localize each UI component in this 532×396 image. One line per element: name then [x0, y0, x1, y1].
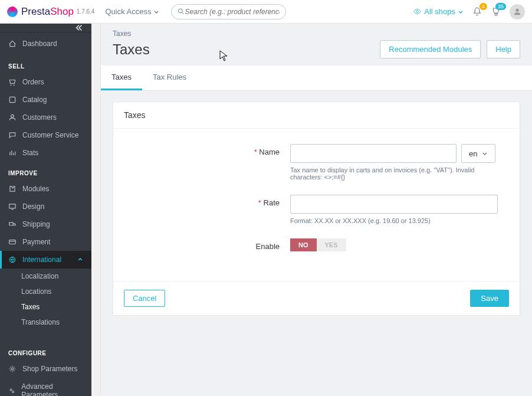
- label: International: [22, 256, 61, 264]
- quick-access-menu[interactable]: Quick Access: [105, 7, 159, 16]
- brand-b: Shop: [50, 6, 74, 18]
- rate-input[interactable]: [290, 195, 498, 214]
- version: 1.7.6.4: [77, 8, 95, 15]
- label: Catalog: [22, 96, 47, 104]
- sidebar-sub-locations[interactable]: Locations: [0, 284, 91, 299]
- sidebar-item-design[interactable]: Design: [0, 198, 91, 215]
- svg-rect-6: [9, 240, 16, 244]
- globe-icon: [8, 256, 17, 264]
- dashboard-icon: [8, 40, 17, 48]
- panel-heading: Taxes: [113, 102, 520, 129]
- help-button[interactable]: Help: [487, 40, 520, 58]
- search-input[interactable]: [185, 8, 280, 16]
- svg-rect-5: [9, 204, 16, 208]
- cart-icon: [8, 78, 17, 86]
- tab-taxes[interactable]: Taxes: [101, 66, 142, 90]
- topbar: PrestaShop 1.7.6.4 Quick Access All shop…: [0, 0, 532, 24]
- label: Shop Parameters: [22, 365, 77, 373]
- sidebar-item-orders[interactable]: Orders: [0, 73, 91, 91]
- sidebar-item-customers[interactable]: Customers: [0, 109, 91, 126]
- sidebar-item-shop-parameters[interactable]: Shop Parameters: [0, 360, 91, 378]
- scroll-gutter[interactable]: [91, 24, 101, 396]
- rate-label: Rate: [264, 198, 280, 207]
- sidebar-item-shipping[interactable]: Shipping: [0, 215, 91, 233]
- stats-icon: [8, 149, 17, 157]
- svg-point-11: [12, 391, 14, 393]
- truck-icon: [8, 220, 17, 228]
- section-configure: CONFIGURE: [0, 342, 91, 360]
- notif-badge: 4: [480, 3, 487, 10]
- sidebar-item-payment[interactable]: Payment: [0, 233, 91, 251]
- sidebar-sub-taxes[interactable]: Taxes: [0, 299, 91, 315]
- sidebar-item-international[interactable]: International: [0, 251, 91, 269]
- label: Dashboard: [22, 40, 57, 48]
- page-title: Taxes: [113, 41, 150, 58]
- debug-badge: 35: [495, 3, 506, 10]
- chevron-down-icon: [482, 150, 488, 156]
- tab-tax-rules[interactable]: Tax Rules: [142, 66, 197, 90]
- user-icon: [513, 7, 522, 17]
- sidebar-item-customer-service[interactable]: Customer Service: [0, 126, 91, 144]
- all-shops-dropdown[interactable]: All shops: [413, 7, 464, 16]
- taxes-panel: Taxes * Name en Tax name to display in c…: [113, 102, 520, 316]
- chevron-double-left-icon: [75, 24, 83, 32]
- toggle-yes[interactable]: YES: [317, 238, 346, 251]
- svg-point-10: [10, 389, 12, 391]
- section-improve: IMPROVE: [0, 162, 91, 180]
- sidebar-item-modules[interactable]: Modules: [0, 180, 91, 198]
- search-icon: [178, 8, 185, 15]
- card-icon: [8, 238, 17, 246]
- label: Customers: [22, 113, 57, 122]
- lang-label: en: [469, 149, 477, 158]
- debug-button[interactable]: 35: [491, 6, 501, 17]
- breadcrumb: Taxes: [101, 24, 532, 40]
- gears-icon: [8, 387, 15, 395]
- language-dropdown[interactable]: en: [461, 144, 495, 163]
- caret-down-icon: [153, 9, 159, 15]
- name-input[interactable]: [290, 144, 457, 163]
- save-button[interactable]: Save: [470, 290, 509, 307]
- all-shops-label: All shops: [424, 7, 455, 16]
- sidebar-item-dashboard[interactable]: Dashboard: [0, 32, 91, 55]
- enable-label: Enable: [256, 242, 280, 251]
- sidebar-sub-localization[interactable]: Localization: [0, 269, 91, 284]
- svg-rect-3: [9, 97, 15, 102]
- cancel-button[interactable]: Cancel: [124, 290, 165, 307]
- caret-down-icon: [458, 9, 464, 15]
- sidebar-item-catalog[interactable]: Catalog: [0, 91, 91, 109]
- chevron-up-icon: [77, 257, 83, 263]
- catalog-icon: [8, 96, 17, 104]
- label: Shipping: [22, 220, 50, 228]
- sidebar-item-stats[interactable]: Stats: [0, 144, 91, 162]
- profile-avatar[interactable]: [510, 4, 525, 19]
- logo[interactable]: PrestaShop 1.7.6.4: [7, 6, 94, 18]
- sidebar-sub-translations[interactable]: Translations: [0, 315, 91, 330]
- enable-toggle[interactable]: NO YES: [290, 238, 502, 251]
- name-label: Name: [259, 148, 280, 156]
- svg-point-4: [11, 114, 14, 117]
- label: Modules: [22, 185, 49, 193]
- label: Orders: [22, 78, 44, 86]
- brand-a: Presta: [21, 6, 50, 18]
- sidebar: Dashboard SELL Orders Catalog Customers …: [0, 24, 91, 396]
- name-help: Tax name to display in carts and on invo…: [290, 166, 502, 181]
- toggle-no[interactable]: NO: [290, 238, 317, 251]
- notifications-button[interactable]: 4: [472, 6, 482, 17]
- sidebar-item-advanced-parameters[interactable]: Advanced Parameters: [0, 378, 91, 396]
- monitor-icon: [8, 202, 17, 211]
- label: Advanced Parameters: [21, 382, 83, 396]
- tabs: Taxes Tax Rules: [101, 66, 532, 91]
- recommended-modules-button[interactable]: Recommended Modules: [380, 40, 481, 58]
- search-box[interactable]: [171, 4, 286, 19]
- svg-point-2: [515, 8, 518, 11]
- svg-line-1: [182, 12, 184, 14]
- label: Payment: [22, 238, 50, 246]
- quick-access-label: Quick Access: [105, 7, 151, 16]
- collapse-sidebar-button[interactable]: [0, 24, 91, 32]
- label: Stats: [22, 149, 38, 157]
- eye-icon: [413, 7, 422, 16]
- svg-point-0: [179, 9, 183, 13]
- chat-icon: [8, 131, 17, 139]
- gear-icon: [8, 365, 17, 373]
- label: Customer Service: [22, 131, 78, 139]
